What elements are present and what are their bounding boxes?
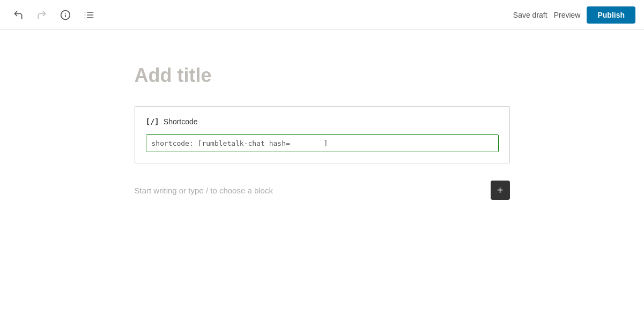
publish-button[interactable]: Publish (587, 6, 635, 24)
info-button[interactable] (56, 5, 75, 25)
editor-area: Add title [/] Shortcode (135, 62, 510, 176)
undo-button[interactable] (9, 5, 28, 25)
shortcode-block: [/] Shortcode (135, 106, 510, 163)
preview-button[interactable]: Preview (554, 11, 581, 19)
add-block-button[interactable]: + (491, 181, 510, 200)
undo-icon (13, 10, 24, 20)
shortcode-input-wrapper (146, 134, 499, 152)
redo-button[interactable] (32, 5, 51, 25)
toolbar: Save draft Preview Publish (0, 0, 644, 30)
shortcode-input[interactable] (146, 135, 498, 152)
list-view-button[interactable] (79, 5, 99, 25)
start-writing-row: Start writing or type / to choose a bloc… (135, 181, 510, 200)
save-draft-button[interactable]: Save draft (513, 11, 547, 19)
main-content: Add title [/] Shortcode Start writing or… (0, 30, 644, 200)
shortcode-icon: [/] (146, 117, 159, 126)
toolbar-left (9, 5, 99, 25)
shortcode-block-header: [/] Shortcode (146, 117, 499, 126)
redo-icon (36, 10, 47, 20)
title-placeholder[interactable]: Add title (135, 62, 510, 89)
toolbar-right: Save draft Preview Publish (513, 6, 635, 24)
info-icon (60, 10, 71, 20)
list-view-icon (84, 10, 94, 20)
start-writing-hint: Start writing or type / to choose a bloc… (135, 186, 273, 195)
shortcode-label: Shortcode (164, 117, 198, 126)
